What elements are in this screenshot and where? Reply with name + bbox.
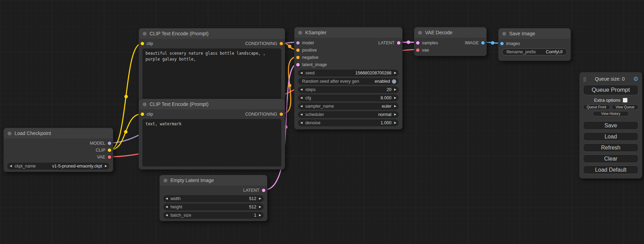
widget-value: 512 (249, 205, 256, 209)
conditioning-output-port[interactable] (280, 42, 283, 45)
node-title-bar[interactable]: Load Checkpoint (4, 128, 113, 138)
conditioning-output-port[interactable] (280, 112, 283, 116)
widget-ckpt-name[interactable]: ◀ ckpt_name v1-5-pruned-emaonly.ckpt ▶ (7, 163, 109, 170)
decrement-arrow-icon[interactable]: ◀ (300, 97, 302, 99)
collapse-dot-icon[interactable] (502, 32, 506, 36)
link-midpoint-dot[interactable] (124, 95, 128, 98)
widget-filename-prefix[interactable]: filename_prefix ComfyUI (502, 48, 567, 55)
latent-output-port[interactable] (262, 189, 265, 192)
settings-gear-icon[interactable]: ⚙ (633, 76, 638, 82)
collapse-dot-icon[interactable] (143, 102, 147, 106)
increment-arrow-icon[interactable]: ▶ (394, 105, 396, 108)
widget-height[interactable]: ◀ height 512 ▶ (163, 204, 264, 210)
widget-sampler-name[interactable]: ◀ sampler_name euler ▶ (298, 103, 399, 110)
queue-prompt-button[interactable]: Queue Prompt (583, 85, 638, 95)
node-load-checkpoint[interactable]: Load Checkpoint MODEL CLIP VAE ◀ ckpt_na… (3, 128, 113, 172)
increment-arrow-icon[interactable]: ▶ (259, 206, 261, 208)
decrement-arrow-icon[interactable]: ◀ (300, 113, 302, 116)
drag-handle-icon[interactable]: ⣿ (583, 76, 586, 82)
increment-arrow-icon[interactable]: ▶ (259, 197, 261, 200)
collapse-dot-icon[interactable] (164, 179, 167, 182)
node-title-bar[interactable]: Empty Latent Image (160, 175, 267, 186)
clear-button[interactable]: Clear (583, 154, 638, 163)
vae-input-port[interactable] (416, 48, 420, 52)
prompt-textarea[interactable]: text, watermark (142, 119, 281, 166)
node-title-bar[interactable]: KSampler (294, 27, 402, 38)
widget-width[interactable]: ◀ width 512 ▶ (163, 195, 264, 202)
widget-scheduler[interactable]: ◀ scheduler normal ▶ (298, 111, 399, 118)
model-input-port[interactable] (296, 41, 300, 45)
collapse-dot-icon[interactable] (298, 31, 302, 35)
link-midpoint-dot[interactable] (288, 84, 291, 87)
node-empty-latent-image[interactable]: Empty Latent Image LATENT ◀ width 512 ▶ … (159, 175, 267, 221)
node-title-bar[interactable]: CLIP Text Encode (Prompt) (139, 99, 285, 109)
node-vae-decode[interactable]: VAE Decode samples IMAGE vae (414, 27, 487, 56)
widget-value: ComfyUI (546, 49, 563, 54)
toggle-knob[interactable] (392, 79, 396, 84)
image-output-port[interactable] (481, 41, 485, 45)
decrement-arrow-icon[interactable]: ◀ (10, 165, 12, 168)
widget-cfg[interactable]: ◀ cfg 8.000 ▶ (298, 94, 399, 101)
link-midpoint-dot[interactable] (491, 41, 494, 45)
node-title-bar[interactable]: Save Image (499, 28, 571, 39)
model-output-port[interactable] (108, 142, 111, 145)
view-history-button[interactable]: View History (593, 111, 629, 116)
node-clip-text-encode-negative[interactable]: CLIP Text Encode (Prompt) clip CONDITION… (139, 99, 285, 170)
decrement-arrow-icon[interactable]: ◀ (300, 105, 302, 108)
decrement-arrow-icon[interactable]: ◀ (166, 214, 168, 217)
images-input-port[interactable] (500, 42, 504, 45)
node-title-bar[interactable]: VAE Decode (414, 27, 486, 38)
decrement-arrow-icon[interactable]: ◀ (300, 121, 302, 124)
input-slot-vae: vae (414, 46, 486, 54)
link-midpoint-dot[interactable] (407, 40, 410, 44)
widget-seed[interactable]: ◀ seed 156680208700286 ▶ (298, 70, 399, 76)
increment-arrow-icon[interactable]: ▶ (259, 214, 261, 217)
decrement-arrow-icon[interactable]: ◀ (166, 197, 168, 200)
increment-arrow-icon[interactable]: ▶ (105, 165, 107, 168)
node-title-bar[interactable]: CLIP Text Encode (Prompt) (139, 28, 285, 39)
latent-image-input-port[interactable] (296, 63, 300, 66)
load-default-button[interactable]: Load Default (583, 165, 638, 174)
queue-front-button[interactable]: Queue Front (583, 105, 610, 110)
increment-arrow-icon[interactable]: ▶ (394, 72, 396, 74)
slot-label: model (302, 40, 314, 45)
widget-batch-size[interactable]: ◀ batch_size 1 ▶ (163, 212, 264, 219)
increment-arrow-icon[interactable]: ▶ (394, 97, 396, 99)
load-button[interactable]: Load (583, 132, 638, 141)
node-title: CLIP Text Encode (Prompt) (150, 31, 209, 36)
extra-options-checkbox[interactable] (623, 98, 627, 102)
slot-row: model LATENT (294, 39, 402, 46)
clip-input-port[interactable] (141, 112, 144, 116)
slot-label: images (506, 41, 520, 46)
increment-arrow-icon[interactable]: ▶ (394, 121, 396, 124)
increment-arrow-icon[interactable]: ▶ (394, 113, 396, 116)
queue-menu-panel[interactable]: ⣿ Queue size: 0 ⚙ Queue Prompt Extra opt… (579, 72, 642, 179)
slot-label: clip (147, 112, 153, 117)
clip-input-port[interactable] (141, 42, 144, 45)
decrement-arrow-icon[interactable]: ◀ (300, 72, 302, 74)
collapse-dot-icon[interactable] (143, 32, 147, 36)
negative-input-port[interactable] (296, 56, 300, 59)
collapse-dot-icon[interactable] (8, 132, 11, 135)
decrement-arrow-icon[interactable]: ◀ (300, 88, 302, 91)
view-queue-button[interactable]: View Queue (612, 105, 639, 110)
clip-output-port[interactable] (108, 148, 111, 152)
refresh-button[interactable]: Refresh (583, 143, 638, 152)
increment-arrow-icon[interactable]: ▶ (394, 88, 396, 91)
link-midpoint-dot[interactable] (124, 130, 127, 134)
node-save-image[interactable]: Save Image images filename_prefix ComfyU… (498, 28, 571, 61)
samples-input-port[interactable] (416, 41, 420, 45)
vae-output-port[interactable] (108, 155, 111, 159)
save-button[interactable]: Save (583, 121, 638, 130)
widget-label: height (170, 205, 182, 209)
link-midpoint-dot[interactable] (288, 45, 291, 48)
input-slot-positive: positive (294, 46, 402, 54)
widget-random-seed-toggle[interactable]: Random seed after every gen enabled (298, 78, 399, 85)
positive-input-port[interactable] (296, 48, 300, 52)
node-ksampler[interactable]: KSampler model LATENT positive negative … (294, 27, 403, 129)
widget-steps[interactable]: ◀ steps 20 ▶ (298, 86, 399, 93)
decrement-arrow-icon[interactable]: ◀ (166, 206, 168, 208)
widget-denoise[interactable]: ◀ denoise 1.000 ▶ (298, 119, 399, 126)
latent-output-port[interactable] (397, 41, 400, 45)
collapse-dot-icon[interactable] (418, 31, 422, 35)
